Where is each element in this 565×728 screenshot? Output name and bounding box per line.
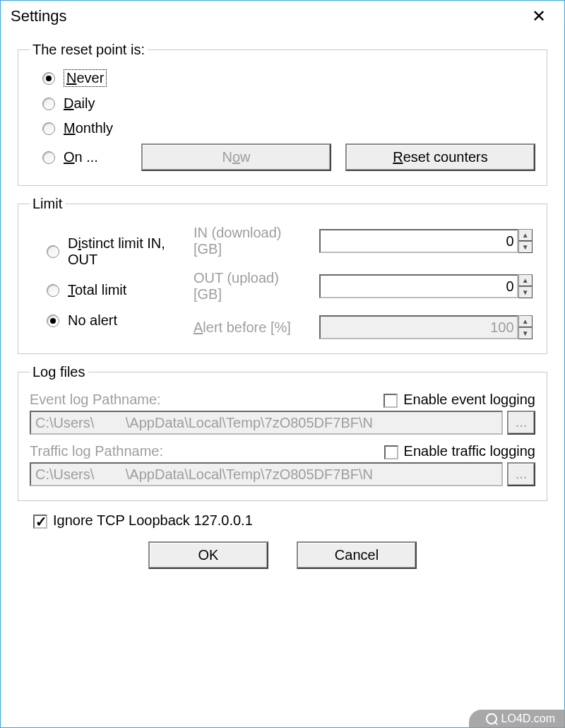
- radio-daily[interactable]: Daily: [30, 91, 535, 116]
- reset-legend: The reset point is:: [30, 42, 148, 58]
- content-area: The reset point is: Never Daily Monthly …: [1, 30, 564, 727]
- window-title: Settings: [11, 7, 67, 25]
- watermark: LO4D.com: [469, 710, 565, 728]
- event-log-label: Event log Pathname:: [30, 392, 161, 408]
- in-label: IN (download) [GB]: [194, 225, 307, 257]
- settings-window: Settings ✕ The reset point is: Never Dai…: [0, 0, 565, 728]
- logs-group: Log files Event log Pathname: Enable eve…: [18, 364, 547, 501]
- radio-icon: [42, 72, 55, 85]
- alert-input-box: ▲ ▼: [319, 315, 533, 339]
- dialog-footer: OK Cancel: [18, 539, 547, 576]
- enable-traffic-checkbox[interactable]: Enable traffic logging: [384, 443, 535, 459]
- radio-monthly[interactable]: Monthly: [30, 116, 535, 141]
- radio-icon: [42, 151, 55, 164]
- in-input[interactable]: [319, 229, 518, 253]
- enable-event-checkbox[interactable]: Enable event logging: [383, 392, 535, 408]
- spin-up-icon: ▲: [518, 315, 533, 327]
- out-label: OUT (upload) [GB]: [194, 270, 307, 303]
- in-input-box[interactable]: ▲ ▼: [319, 229, 533, 253]
- reset-counters-button[interactable]: Reset counters: [345, 143, 535, 171]
- spin-down-icon[interactable]: ▼: [518, 241, 533, 253]
- close-icon[interactable]: ✕: [523, 6, 554, 26]
- titlebar: Settings ✕: [1, 1, 564, 30]
- spin-up-icon[interactable]: ▲: [518, 274, 533, 286]
- event-browse-button[interactable]: ...: [507, 411, 535, 435]
- radio-label: Daily: [64, 95, 95, 112]
- ok-button[interactable]: OK: [148, 541, 268, 569]
- alert-spinner: ▲ ▼: [518, 315, 533, 339]
- now-button[interactable]: Now: [141, 143, 331, 171]
- radio-label: Total limit: [68, 282, 126, 298]
- alert-input: [319, 315, 518, 339]
- radio-on[interactable]: On ...: [42, 149, 127, 165]
- spin-down-icon: ▼: [518, 327, 533, 339]
- radio-icon: [42, 122, 55, 135]
- radio-total[interactable]: Total limit: [47, 282, 181, 298]
- traffic-browse-button[interactable]: ...: [507, 462, 535, 486]
- checkbox-icon: [384, 445, 398, 459]
- radio-label: No alert: [68, 312, 117, 329]
- radio-label: Monthly: [64, 120, 113, 136]
- spin-up-icon[interactable]: ▲: [518, 229, 533, 241]
- logs-legend: Log files: [30, 364, 88, 380]
- alert-label: Alert before [%]: [194, 319, 307, 336]
- radio-label: Never: [64, 69, 107, 87]
- in-spinner[interactable]: ▲ ▼: [518, 229, 533, 253]
- radio-never[interactable]: Never: [30, 65, 535, 91]
- radio-icon: [47, 245, 59, 258]
- radio-noalert[interactable]: No alert: [47, 312, 181, 329]
- event-path-input: [30, 411, 503, 435]
- reset-group: The reset point is: Never Daily Monthly …: [18, 42, 547, 186]
- cancel-button[interactable]: Cancel: [297, 541, 417, 569]
- magnifier-icon: [486, 713, 497, 724]
- out-spinner[interactable]: ▲ ▼: [518, 274, 533, 298]
- traffic-log-label: Traffic log Pathname:: [30, 443, 163, 459]
- radio-label: Distinct limit IN, OUT: [68, 235, 181, 268]
- radio-distinct[interactable]: Distinct limit IN, OUT: [47, 235, 181, 268]
- spin-down-icon[interactable]: ▼: [518, 286, 533, 298]
- radio-icon: [47, 315, 59, 327]
- out-input[interactable]: [319, 274, 518, 298]
- traffic-path-input: [30, 462, 503, 486]
- ignore-loopback-checkbox[interactable]: Ignore TCP Loopback 127.0.0.1: [18, 511, 547, 529]
- checkbox-icon: [33, 515, 47, 529]
- out-input-box[interactable]: ▲ ▼: [319, 274, 533, 298]
- radio-icon: [47, 284, 59, 297]
- radio-icon: [42, 98, 55, 110]
- limit-group: Limit IN (download) [GB] ▲ ▼ Distinct li…: [18, 196, 547, 354]
- limit-legend: Limit: [30, 196, 65, 212]
- checkbox-icon: [383, 394, 398, 408]
- radio-label: On ...: [64, 149, 98, 165]
